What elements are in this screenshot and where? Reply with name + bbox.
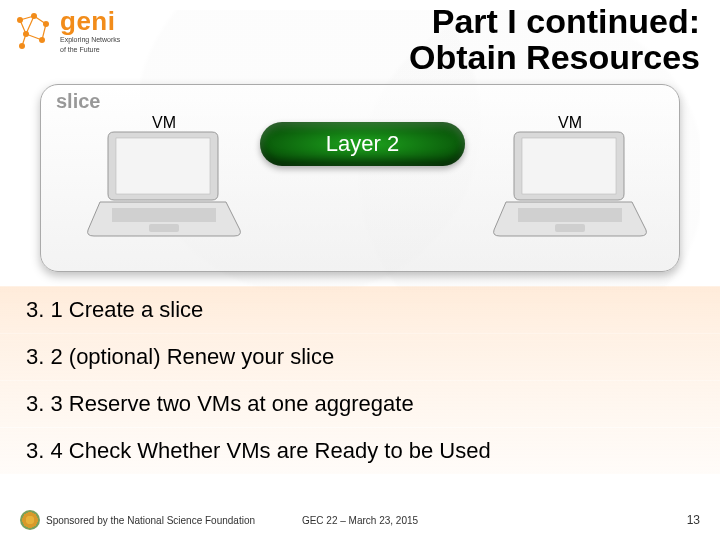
laptop-icon — [84, 120, 244, 244]
vm-left-label: VM — [152, 114, 176, 132]
geni-logo-text: geni Exploring Networks of the Future — [60, 8, 120, 53]
steps-list: 3. 1 Create a slice 3. 2 (optional) Rene… — [0, 286, 720, 474]
logo-tagline-2: of the Future — [60, 46, 120, 54]
slide: geni Exploring Networks of the Future Pa… — [0, 0, 720, 540]
geni-logo-icon — [12, 10, 54, 52]
svg-rect-16 — [522, 138, 616, 194]
layer2-link-label: Layer 2 — [326, 131, 399, 157]
svg-line-8 — [20, 20, 26, 34]
step-item: 3. 1 Create a slice — [0, 286, 720, 333]
layer2-link-pill: Layer 2 — [260, 122, 465, 166]
logo-tagline-1: Exploring Networks — [60, 36, 120, 44]
laptop-icon — [490, 120, 650, 244]
logo-brand-word: geni — [60, 8, 120, 34]
step-item: 3. 3 Reserve two VMs at one aggregate — [0, 380, 720, 427]
svg-line-7 — [34, 16, 46, 24]
svg-rect-14 — [112, 208, 216, 222]
footer: Sponsored by the National Science Founda… — [0, 508, 720, 532]
footer-page-number: 13 — [687, 513, 700, 527]
vm-right-label: VM — [558, 114, 582, 132]
title-line-1: Part I continued: — [180, 4, 700, 40]
geni-logo: geni Exploring Networks of the Future — [12, 8, 120, 53]
svg-line-10 — [42, 24, 46, 40]
step-item: 3. 2 (optional) Renew your slice — [0, 333, 720, 380]
svg-rect-18 — [555, 224, 585, 232]
svg-rect-17 — [518, 208, 622, 222]
step-item: 3. 4 Check Whether VMs are Ready to be U… — [0, 427, 720, 474]
footer-event-text: GEC 22 – March 23, 2015 — [0, 515, 720, 526]
vm-right: VM — [490, 120, 650, 240]
svg-line-12 — [26, 16, 34, 34]
svg-line-9 — [26, 34, 42, 40]
svg-rect-13 — [116, 138, 210, 194]
title-line-2: Obtain Resources — [180, 40, 700, 76]
page-title: Part I continued: Obtain Resources — [180, 4, 700, 75]
vm-left: VM — [84, 120, 244, 240]
svg-rect-15 — [149, 224, 179, 232]
